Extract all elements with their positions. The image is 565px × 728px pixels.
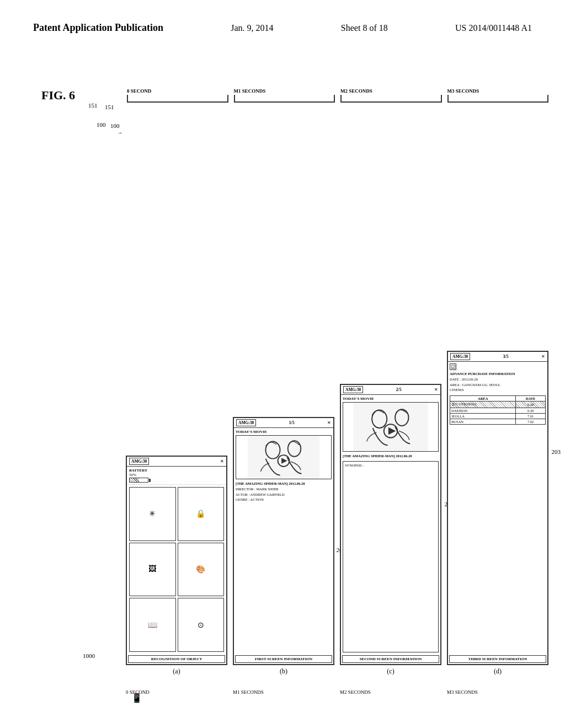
area-label-d: AREA : GANGNAM-GU, SEOUL [450, 382, 546, 388]
movie-title-c: [THE AMAZING SPIDER-MAN] 2012.06.28 [343, 453, 439, 459]
battery-percent: 50% [129, 473, 224, 477]
panel-d-bottom-label: THIRD SCREEN INFORMATION [449, 655, 546, 663]
amg-badge-a: AMG:30 [129, 458, 149, 465]
star-icon: ✳ [129, 487, 176, 541]
ref-151-left: 151 [105, 104, 114, 110]
right-arrow: → [117, 130, 122, 136]
page-header: Patent Application Publication Jan. 9, 2… [33, 22, 532, 34]
svg-rect-5 [353, 403, 428, 451]
ref-1000: 1000 [83, 652, 95, 659]
movie-label-c: TODAY'S MOVIE [343, 397, 439, 401]
time-label-a: 0 SECOND [127, 88, 151, 94]
amg-badge-c: AMG:30 [343, 386, 363, 393]
panel-c-bottom-label: SECOND SCREEN INFORMATION [342, 655, 439, 663]
ref-203: 203 [552, 448, 561, 455]
area-date-table: AREA DATE 경기 GYEONGGI 6.28 DAEJEON [450, 395, 546, 425]
time-label-c: M2 SECONDS [340, 88, 372, 94]
checkbox-icon: ☑ [450, 363, 456, 370]
panel-a-bottom-label: RECOGNITION OF OBJECT [128, 655, 225, 663]
panel-id-b: (b) [233, 667, 334, 676]
patent-number: US 2014/0011448 A1 [455, 23, 532, 33]
panel-id-c: (c) [340, 667, 441, 676]
circle-icon: ⊙ [178, 598, 225, 652]
image-icon: 🖼 [129, 543, 176, 597]
genre-b: GENRE : ACTION [236, 497, 332, 502]
director-b: DIRECTOR : MARK WEBB [236, 486, 332, 492]
time-label-b: M1 SECONDS [234, 88, 266, 94]
svg-rect-0 [248, 436, 319, 479]
amg-badge-d: AMG:30 [450, 353, 470, 360]
battery-label: BATTERY [129, 468, 224, 473]
close-icon-d: ✕ [541, 354, 545, 359]
lock-icon: 🔒 [178, 487, 225, 541]
date-label-d: DATE : 2012.06.28 [450, 377, 546, 382]
ref-100-left: 100 [110, 122, 120, 129]
synopsis-label: SYNOPSIS : [345, 463, 436, 467]
ref-100-main: 100 [97, 121, 106, 128]
actor-b: ACTOR : ANDREW GARFIELD [236, 492, 332, 497]
cinema-label-d: CINEMA [450, 387, 546, 393]
movie-title-b: [THE AMAZING SPIDER-MAN] 2012.06.28 [236, 481, 332, 486]
sheet-info: Sheet 8 of 18 [341, 23, 388, 33]
counter-c: 2/5 [396, 387, 402, 392]
paint-icon: 🎨 [178, 543, 225, 597]
amg-badge-b: AMG:30 [236, 419, 256, 426]
publication-title: Patent Application Publication [33, 22, 163, 34]
counter-d: 3/5 [503, 354, 509, 359]
movie-label-b: TODAY'S MOVIE [236, 430, 332, 434]
close-icon-b: ✕ [327, 420, 331, 425]
close-icon-c: ✕ [434, 387, 438, 392]
panel-id-a: (a) [126, 667, 227, 676]
panel-b-bottom-label: FIRST SCREEN INFORMATION [235, 655, 332, 663]
time-label-d: M3 SECONDS [447, 88, 479, 94]
panel-id-d: (d) [447, 667, 548, 676]
publication-date: Jan. 9, 2014 [231, 23, 273, 33]
counter-b: 1/5 [289, 420, 295, 425]
book2-icon: 📖 [129, 598, 176, 652]
ref-151-main: 151 [88, 102, 98, 109]
advance-info: ADVANCE PURCHASE INFORMATION [450, 371, 546, 377]
close-icon-a: ✕ [220, 459, 224, 464]
